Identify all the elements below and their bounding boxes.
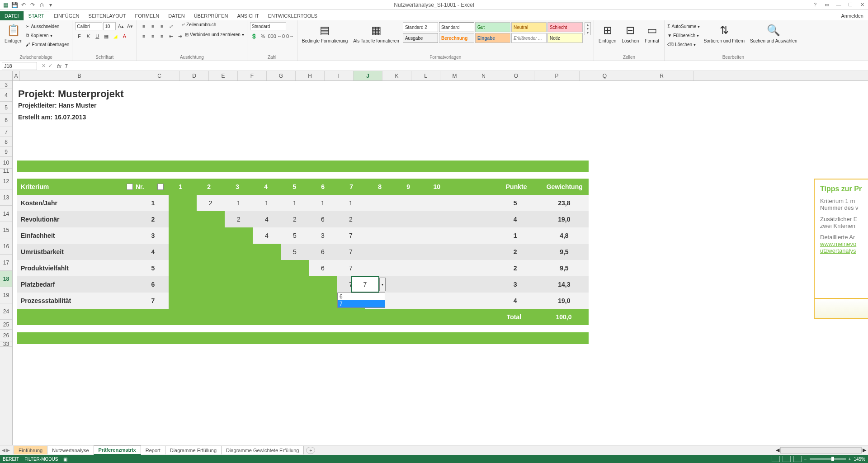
sheet-tab[interactable]: Diagramme Gewichtete Erfüllung [221, 446, 304, 454]
matrix-cell[interactable] [169, 227, 197, 244]
scroll-right-icon[interactable]: ▶ [863, 447, 866, 453]
matrix-cell[interactable] [281, 260, 309, 276]
row-header[interactable]: 7 [0, 127, 12, 137]
column-header[interactable]: F [238, 71, 267, 80]
tab-pagelayout[interactable]: SEITENLAYOUT [84, 11, 130, 20]
row-header[interactable]: 25 [0, 320, 12, 330]
zoom-out-icon[interactable]: − [804, 457, 807, 462]
tab-developer[interactable]: ENTWICKLERTOOLS [264, 11, 322, 20]
matrix-cell[interactable] [225, 276, 253, 293]
row-header[interactable]: 5 [0, 102, 12, 113]
merge-button[interactable]: ⊞ Verbinden und zentrieren ▾ [185, 32, 244, 40]
style-cell[interactable]: Gut [475, 22, 510, 32]
row-header[interactable]: 11 [0, 169, 12, 173]
matrix-cell[interactable]: 7 [337, 227, 365, 244]
row-header[interactable]: 16 [0, 238, 12, 255]
column-headers[interactable]: ABCDEFGHIJKLMNOPQR [13, 71, 868, 81]
align-bottom-icon[interactable]: ≡ [158, 22, 166, 30]
tab-start[interactable]: START [24, 11, 49, 20]
matrix-cell[interactable]: 4 [253, 211, 281, 227]
matrix-cell[interactable]: 1 [281, 195, 309, 211]
matrix-cell[interactable]: 7 [337, 260, 365, 276]
inc-decimal-icon[interactable]: ←0 [277, 32, 285, 40]
italic-icon[interactable]: K [84, 32, 92, 40]
save-icon[interactable]: 💾 [11, 1, 18, 9]
currency-icon[interactable]: 💲 [250, 32, 258, 40]
column-header[interactable]: M [440, 71, 469, 80]
find-select-button[interactable]: 🔍Suchen und Auswählen [748, 22, 799, 44]
matrix-cell[interactable]: 2 [225, 211, 253, 227]
cells-area[interactable]: Projekt: Musterprojekt Projektleiter: Ha… [13, 81, 868, 445]
help-icon[interactable]: ? [811, 2, 819, 8]
matrix-cell[interactable] [393, 276, 421, 293]
matrix-cell[interactable]: 6 [309, 260, 337, 276]
matrix-cell[interactable]: 2 [197, 195, 225, 211]
matrix-cell[interactable] [253, 276, 281, 293]
matrix-cell[interactable] [365, 260, 393, 276]
column-header[interactable]: J [354, 71, 382, 80]
matrix-cell[interactable] [365, 227, 393, 244]
align-left-icon[interactable]: ≡ [140, 32, 148, 40]
matrix-cell[interactable] [421, 227, 449, 244]
filter-icon[interactable]: ▾ [157, 184, 164, 190]
matrix-cell[interactable] [197, 293, 225, 309]
tab-formulas[interactable]: FORMELN [130, 11, 164, 20]
tips-link[interactable]: www.meinevo [820, 241, 856, 247]
close-icon[interactable]: ✕ [858, 2, 866, 8]
dropdown-list[interactable]: 6 7 [337, 293, 385, 308]
zoom-level[interactable]: 145% [854, 457, 865, 462]
fill-color-icon[interactable]: ◢ [111, 32, 119, 40]
sheet-tab[interactable]: Diagramme Erfüllung [165, 446, 222, 454]
style-cell[interactable]: Standard 2 [403, 22, 438, 32]
view-normal-icon[interactable] [772, 456, 780, 462]
matrix-cell[interactable] [253, 244, 281, 260]
zoom-in-icon[interactable]: + [849, 457, 851, 462]
undo-icon[interactable]: ↶ [20, 1, 27, 9]
align-top-icon[interactable]: ≡ [140, 22, 148, 30]
matrix-cell[interactable] [253, 293, 281, 309]
align-center-icon[interactable]: ≡ [149, 32, 157, 40]
tab-view[interactable]: ANSICHT [232, 11, 263, 20]
row-header[interactable]: 4 [0, 89, 12, 102]
matrix-cell[interactable] [197, 260, 225, 276]
dropdown-button[interactable]: ▾ [379, 278, 386, 291]
sheet-nav-prev-icon[interactable]: ◀ [2, 448, 5, 453]
style-cell[interactable]: Berechnung [439, 33, 474, 43]
paste-button[interactable]: 📋 Einfügen [3, 22, 24, 44]
underline-icon[interactable]: U [93, 32, 101, 40]
qat-icon[interactable]: ▾ [47, 1, 54, 9]
add-sheet-button[interactable]: + [306, 447, 315, 454]
matrix-cell[interactable]: 7 [337, 244, 365, 260]
matrix-cell[interactable] [197, 211, 225, 227]
matrix-cell[interactable] [281, 293, 309, 309]
matrix-cell[interactable]: 6 [309, 244, 337, 260]
column-header[interactable]: O [498, 71, 534, 80]
column-header[interactable]: G [267, 71, 296, 80]
border-icon[interactable]: ▦ [102, 32, 110, 40]
scroll-left-icon[interactable]: ◀ [776, 447, 779, 453]
row-header[interactable]: 26 [0, 330, 12, 341]
sheet-tab[interactable]: Präferenzmatrix [94, 445, 141, 455]
matrix-cell[interactable]: 4 [253, 227, 281, 244]
style-cell[interactable]: Ausgabe [403, 33, 438, 43]
matrix-cell[interactable] [421, 244, 449, 260]
conditional-format-button[interactable]: ▤ Bedingte Formatierung [300, 22, 350, 44]
row-header[interactable]: 10 [0, 157, 12, 169]
bold-icon[interactable]: F [75, 32, 83, 40]
matrix-cell[interactable] [393, 227, 421, 244]
align-middle-icon[interactable]: ≡ [149, 22, 157, 30]
sort-filter-button[interactable]: ⇅Sortieren und Filtern [702, 22, 746, 44]
style-cell[interactable]: Erklärender ... [511, 33, 547, 43]
column-header[interactable]: I [325, 71, 354, 80]
column-header[interactable]: H [296, 71, 325, 80]
format-cells-button[interactable]: ▭Format [642, 22, 661, 44]
row-header[interactable]: 8 [0, 137, 12, 147]
accept-formula-icon[interactable]: ✓ [48, 63, 52, 69]
row-header[interactable]: 3 [0, 81, 12, 89]
orientation-icon[interactable]: ⤢ [167, 22, 175, 30]
sheet-tab[interactable]: Nutzwertanalyse [47, 446, 94, 454]
format-painter-button[interactable]: 🖌 Format übertragen [26, 40, 69, 48]
matrix-cell[interactable] [309, 276, 337, 293]
matrix-cell[interactable] [421, 276, 449, 293]
sheet-nav-next-icon[interactable]: ▶ [6, 448, 10, 453]
